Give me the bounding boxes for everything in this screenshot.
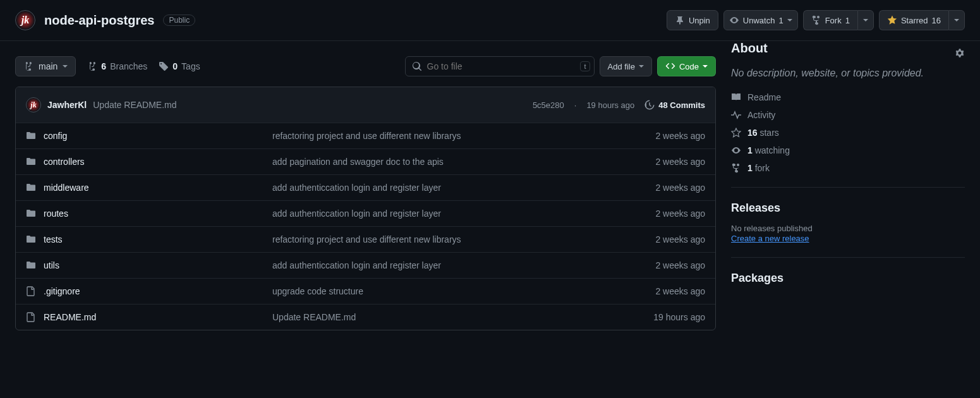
- activity-link[interactable]: Activity: [731, 110, 965, 120]
- file-date: 2 weeks ago: [610, 208, 705, 219]
- sidebar: About No description, website, or topics…: [731, 41, 965, 330]
- star-dropdown[interactable]: [948, 10, 965, 30]
- unpin-button[interactable]: Unpin: [667, 10, 718, 30]
- folder-icon: [26, 208, 36, 219]
- folder-icon: [26, 183, 36, 193]
- file-icon: [26, 286, 36, 296]
- starred-button[interactable]: Starred 16: [879, 10, 948, 30]
- chevron-down-icon: [63, 65, 68, 68]
- watching-count: 1: [747, 145, 753, 155]
- chevron-down-icon: [787, 19, 792, 21]
- repo-name-link[interactable]: node-api-postgres: [44, 13, 154, 28]
- watch-count: 1: [778, 16, 783, 25]
- file-commit-message[interactable]: add authenticcation login and register l…: [272, 208, 441, 219]
- tags-label: Tags: [181, 61, 200, 71]
- chevron-down-icon: [954, 19, 959, 21]
- gear-icon[interactable]: [955, 49, 965, 59]
- commits-count: 48 Commits: [658, 100, 705, 110]
- file-date: 2 weeks ago: [610, 131, 705, 141]
- go-to-file-search[interactable]: t: [405, 56, 595, 76]
- owner-avatar[interactable]: jk: [15, 10, 35, 30]
- file-row: controllersadd pagination and swagger do…: [16, 148, 715, 174]
- watch-button-group: Unwatch 1: [723, 10, 798, 30]
- code-label: Code: [679, 62, 699, 71]
- file-name-link[interactable]: .gitignore: [44, 286, 80, 296]
- readme-link[interactable]: Readme: [731, 92, 965, 102]
- file-name-link[interactable]: config: [44, 131, 67, 141]
- chevron-down-icon: [639, 65, 644, 68]
- star-icon: [731, 128, 741, 138]
- stars-link[interactable]: 16 stars: [731, 128, 965, 138]
- file-row: middlewareadd authenticcation login and …: [16, 174, 715, 200]
- eye-icon: [729, 15, 739, 25]
- file-name-link[interactable]: tests: [44, 234, 63, 244]
- fork-label: Fork: [825, 16, 842, 25]
- file-name-link[interactable]: middleware: [44, 183, 89, 193]
- commits-link[interactable]: 48 Commits: [644, 100, 705, 110]
- file-date: 2 weeks ago: [610, 183, 705, 193]
- latest-commit-row: jk JawherKl Update README.md 5c5e280 · 1…: [16, 87, 715, 123]
- header-actions: Unpin Unwatch 1 Fork 1 Starred 16: [667, 10, 965, 30]
- add-file-label: Add file: [608, 62, 635, 71]
- branch-icon: [23, 61, 33, 71]
- commit-sha[interactable]: 5c5e280: [533, 100, 564, 110]
- file-commit-message[interactable]: refactoring project and use different ne…: [272, 234, 461, 244]
- file-commit-message[interactable]: add authenticcation login and register l…: [272, 260, 441, 270]
- readme-label: Readme: [747, 92, 781, 102]
- star-count: 16: [932, 16, 941, 25]
- packages-title: Packages: [731, 272, 965, 285]
- file-name-link[interactable]: utils: [44, 260, 59, 270]
- author-avatar[interactable]: jk: [26, 97, 41, 112]
- eye-icon: [731, 145, 741, 155]
- about-description: No description, website, or topics provi…: [731, 66, 965, 81]
- file-date: 2 weeks ago: [610, 234, 705, 244]
- file-commit-message[interactable]: Update README.md: [272, 312, 356, 322]
- fork-button[interactable]: Fork 1: [803, 10, 857, 30]
- file-row: routesadd authenticcation login and regi…: [16, 200, 715, 226]
- file-name-link[interactable]: routes: [44, 208, 68, 219]
- file-commit-message[interactable]: upgrade code structure: [272, 286, 363, 296]
- repo-toolbar: main 6 Branches 0 Tags t Add file Code: [15, 41, 716, 87]
- watching-link[interactable]: 1 watching: [731, 145, 965, 155]
- tag-icon: [159, 61, 169, 71]
- file-name-link[interactable]: README.md: [44, 312, 96, 322]
- file-date: 19 hours ago: [610, 312, 705, 322]
- file-date: 2 weeks ago: [610, 260, 705, 270]
- code-button[interactable]: Code: [657, 56, 716, 76]
- file-commit-message[interactable]: refactoring project and use different ne…: [272, 131, 461, 141]
- file-name-link[interactable]: controllers: [44, 157, 85, 167]
- search-kbd: t: [580, 61, 590, 71]
- file-commit-message[interactable]: add pagination and swagger doc to the ap…: [272, 157, 444, 167]
- tags-link[interactable]: 0 Tags: [159, 61, 200, 71]
- unwatch-button[interactable]: Unwatch 1: [723, 10, 798, 30]
- branch-icon: [87, 61, 97, 71]
- branch-selector[interactable]: main: [15, 56, 76, 76]
- releases-empty: No releases published: [731, 224, 965, 233]
- create-release-link[interactable]: Create a new release: [731, 234, 809, 243]
- file-icon: [26, 312, 36, 322]
- folder-icon: [26, 157, 36, 167]
- search-icon: [412, 61, 422, 71]
- add-file-button[interactable]: Add file: [600, 56, 652, 76]
- toolbar-right: t Add file Code: [405, 56, 716, 76]
- branches-link[interactable]: 6 Branches: [87, 61, 147, 71]
- commit-message[interactable]: Update README.md: [93, 100, 176, 110]
- unwatch-label: Unwatch: [743, 16, 775, 25]
- search-input[interactable]: [427, 61, 576, 71]
- folder-icon: [26, 234, 36, 244]
- fork-dropdown[interactable]: [857, 10, 874, 30]
- code-icon: [665, 61, 675, 71]
- activity-label: Activity: [747, 110, 775, 120]
- visibility-badge: Public: [163, 15, 195, 26]
- tags-count: 0: [172, 61, 178, 71]
- pin-icon: [675, 15, 685, 25]
- file-commit-message[interactable]: add authenticcation login and register l…: [272, 183, 441, 193]
- toolbar-left: main 6 Branches 0 Tags: [15, 56, 200, 76]
- files-box: jk JawherKl Update README.md 5c5e280 · 1…: [15, 87, 716, 330]
- file-row: README.mdUpdate README.md19 hours ago: [16, 304, 715, 330]
- commit-author-link[interactable]: JawherKl: [47, 100, 87, 110]
- unpin-label: Unpin: [689, 16, 710, 25]
- forks-link[interactable]: 1 fork: [731, 163, 965, 173]
- commit-time: 19 hours ago: [586, 100, 634, 110]
- fork-button-group: Fork 1: [803, 10, 874, 30]
